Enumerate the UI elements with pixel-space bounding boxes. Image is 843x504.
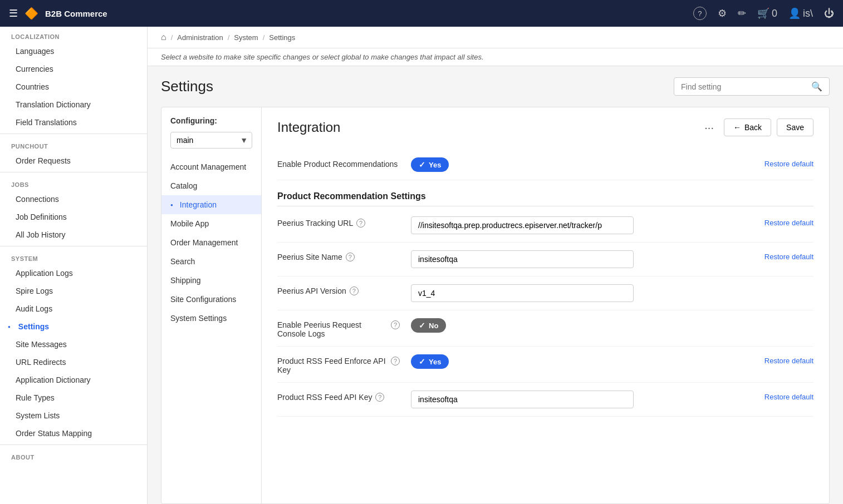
back-button[interactable]: ← Back: [724, 118, 771, 136]
settings-nav-search[interactable]: Search: [161, 252, 261, 271]
settings-nav-site-configurations[interactable]: Site Configurations: [161, 290, 261, 309]
sidebar-item-countries[interactable]: Countries: [0, 78, 147, 96]
restore-rss-enforce-api[interactable]: Restore default: [764, 354, 813, 365]
top-nav: ☰ 🔶 B2B Commerce ? ⚙ ✏ 🛒 0 👤 is\ ⏻: [0, 0, 843, 27]
sidebar-item-rule-types[interactable]: Rule Types: [0, 389, 147, 407]
setting-label-peerius-console-logs: Enable Peerius Request Console Logs ?: [277, 318, 400, 338]
hamburger-icon[interactable]: ☰: [9, 7, 18, 19]
home-icon[interactable]: ⌂: [161, 32, 166, 42]
sidebar-item-currencies[interactable]: Currencies: [0, 60, 147, 78]
app-logo: 🔶: [24, 7, 38, 20]
setting-row-peerius-site-name: Peerius Site Name ? Restore default: [277, 243, 813, 276]
toggle-enable-product-recs[interactable]: ✓ Yes: [411, 157, 449, 172]
back-arrow-icon: ←: [733, 123, 741, 132]
restore-rss-api-key[interactable]: Restore default: [764, 391, 813, 401]
sidebar-item-application-logs[interactable]: Application Logs: [0, 264, 147, 282]
save-button[interactable]: Save: [777, 118, 813, 136]
setting-row-rss-api-key: Product RSS Feed API Key ? Restore defau…: [277, 383, 813, 417]
setting-row-peerius-console-logs: Enable Peerius Request Console Logs ? ✓ …: [277, 310, 813, 347]
settings-nav-shipping[interactable]: Shipping: [161, 271, 261, 290]
settings-icon[interactable]: ⚙: [718, 7, 727, 19]
setting-row-peerius-tracking-url: Peerius Tracking URL ? Restore default: [277, 209, 813, 243]
configuring-dropdown-wrapper: main ▼: [170, 132, 252, 149]
sidebar-item-field-translations[interactable]: Field Translations: [0, 113, 147, 131]
settings-header: Settings 🔍: [161, 77, 830, 96]
help-icon-peerius-site-name[interactable]: ?: [346, 253, 355, 261]
setting-value-rss-enforce-api: ✓ Yes: [411, 354, 753, 369]
settings-nav-integration[interactable]: Integration: [161, 195, 261, 214]
more-options-button[interactable]: ···: [700, 119, 718, 136]
sidebar-divider-4: [0, 444, 147, 445]
search-box: 🔍: [674, 77, 830, 96]
help-icon-peerius-api-version[interactable]: ?: [350, 286, 359, 295]
section-divider: [277, 206, 813, 206]
input-peerius-tracking-url[interactable]: [411, 216, 634, 234]
main-layout: Localization Languages Currencies Countr…: [0, 27, 843, 504]
sidebar-item-application-dictionary[interactable]: Application Dictionary: [0, 371, 147, 389]
search-icon: 🔍: [811, 81, 822, 92]
help-icon-peerius-tracking-url[interactable]: ?: [356, 219, 365, 228]
settings-nav-catalog[interactable]: Catalog: [161, 176, 261, 195]
info-text: Select a website to make site specific c…: [161, 53, 484, 61]
sidebar-divider-3: [0, 246, 147, 246]
product-rec-section: Product Recommendation Settings: [277, 191, 813, 206]
cart-icon[interactable]: 🛒 0: [757, 7, 777, 19]
sidebar-section-localization: Localization: [0, 27, 147, 42]
edit-icon[interactable]: ✏: [738, 7, 746, 19]
setting-value-rss-api-key: [411, 391, 753, 408]
user-icon[interactable]: 👤 is\: [788, 7, 813, 19]
settings-nav-order-management[interactable]: Order Management: [161, 233, 261, 252]
breadcrumb-settings[interactable]: Settings: [269, 33, 295, 42]
power-icon[interactable]: ⏻: [824, 8, 834, 19]
sidebar-item-order-requests[interactable]: Order Requests: [0, 152, 147, 170]
sidebar: Localization Languages Currencies Countr…: [0, 27, 148, 504]
input-rss-api-key[interactable]: [411, 391, 634, 408]
setting-value-peerius-console-logs: ✓ No: [411, 318, 753, 333]
breadcrumb-sep-1: /: [171, 33, 173, 42]
sidebar-item-spire-logs[interactable]: Spire Logs: [0, 282, 147, 300]
setting-label-peerius-api-version: Peerius API Version ?: [277, 284, 400, 295]
sidebar-item-connections[interactable]: Connections: [0, 190, 147, 208]
app-brand: B2B Commerce: [45, 9, 107, 18]
setting-row-peerius-api-version: Peerius API Version ? Restore default: [277, 276, 813, 310]
top-nav-left: ☰ 🔶 B2B Commerce: [9, 7, 107, 20]
setting-label-rss-api-key: Product RSS Feed API Key ?: [277, 391, 400, 402]
search-input[interactable]: [681, 82, 811, 91]
page-title: Settings: [161, 78, 213, 95]
back-button-label: Back: [744, 123, 762, 132]
setting-value-peerius-tracking-url: [411, 216, 753, 234]
sidebar-item-audit-logs[interactable]: Audit Logs: [0, 300, 147, 318]
toggle-no-label: No: [429, 322, 438, 330]
settings-nav-mobile-app[interactable]: Mobile App: [161, 214, 261, 233]
setting-value-peerius-site-name: [411, 250, 753, 268]
toggle-yes-label-2: Yes: [429, 358, 441, 366]
sidebar-item-all-job-history[interactable]: All Job History: [0, 226, 147, 244]
toggle-rss-enforce-api[interactable]: ✓ Yes: [411, 354, 449, 369]
sidebar-item-languages[interactable]: Languages: [0, 42, 147, 60]
info-bar: Select a website to make site specific c…: [148, 48, 843, 66]
sidebar-item-site-messages[interactable]: Site Messages: [0, 335, 147, 353]
restore-peerius-site-name[interactable]: Restore default: [764, 250, 813, 261]
settings-nav-account-management[interactable]: Account Management: [161, 157, 261, 176]
toggle-peerius-console-logs[interactable]: ✓ No: [411, 318, 446, 333]
sidebar-item-translation-dictionary[interactable]: Translation Dictionary: [0, 96, 147, 113]
configuring-select[interactable]: main: [170, 132, 252, 149]
input-peerius-api-version[interactable]: [411, 284, 634, 302]
breadcrumb-system[interactable]: System: [234, 33, 258, 42]
help-icon-peerius-console-logs[interactable]: ?: [391, 320, 400, 329]
sidebar-item-system-lists[interactable]: System Lists: [0, 407, 147, 424]
restore-enable-product-recs[interactable]: Restore default: [764, 157, 813, 168]
input-peerius-site-name[interactable]: [411, 250, 634, 268]
restore-peerius-tracking-url[interactable]: Restore default: [764, 216, 813, 227]
help-circle-icon[interactable]: ?: [693, 7, 707, 20]
settings-nav-system-settings[interactable]: System Settings: [161, 309, 261, 328]
setting-label-peerius-site-name: Peerius Site Name ?: [277, 250, 400, 261]
sidebar-item-url-redirects[interactable]: URL Redirects: [0, 353, 147, 371]
sidebar-item-job-definitions[interactable]: Job Definitions: [0, 208, 147, 226]
sidebar-item-order-status-mapping[interactable]: Order Status Mapping: [0, 424, 147, 442]
help-icon-rss-api-key[interactable]: ?: [375, 393, 384, 402]
sidebar-item-settings[interactable]: Settings: [0, 318, 147, 335]
detail-header: Integration ··· ← Back Save: [277, 118, 813, 136]
help-icon-rss-enforce-api[interactable]: ?: [391, 357, 400, 365]
breadcrumb-administration[interactable]: Administration: [177, 33, 223, 42]
